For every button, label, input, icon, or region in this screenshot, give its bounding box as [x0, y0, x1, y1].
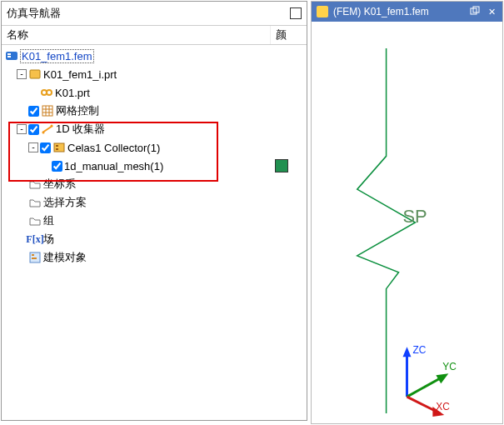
part-icon: [28, 68, 42, 81]
svg-rect-13: [32, 254, 34, 256]
mesh-control-icon: [41, 104, 54, 118]
tree-item-prt-i[interactable]: - K01_fem1_i.prt: [5, 65, 303, 83]
svg-point-5: [47, 90, 52, 95]
folder-icon: [28, 214, 42, 228]
triad[interactable]: ZC YC XC: [403, 344, 457, 417]
field-icon: F[x]: [28, 232, 42, 246]
svg-rect-3: [30, 70, 40, 78]
collapse-icon[interactable]: -: [28, 142, 38, 152]
svg-point-7: [42, 132, 45, 134]
fem-icon: [5, 49, 18, 62]
svg-rect-2: [7, 56, 11, 58]
modeling-icon: [28, 251, 42, 264]
tab-close-icon[interactable]: ✕: [486, 6, 497, 18]
tree-label: 场: [43, 232, 54, 247]
axis-y-label: YC: [442, 361, 457, 372]
tree-label: K01_fem1_i.prt: [43, 68, 117, 81]
tree-label: 建模对象: [43, 250, 87, 265]
fem-tab-icon: [317, 6, 328, 18]
viewport-panel: (FEM) K01_fem1.fem ✕ SP ZC YC: [311, 1, 503, 424]
tree-label: 网格控制: [56, 103, 99, 118]
tree-item-prt[interactable]: K01.prt: [5, 83, 303, 102]
celas-icon: [52, 141, 66, 154]
column-color[interactable]: 颜: [270, 26, 307, 44]
color-swatch[interactable]: [275, 159, 288, 172]
collector-1d-icon: [41, 122, 54, 136]
svg-point-8: [51, 125, 53, 128]
sp-label: SP: [403, 206, 427, 227]
axis-z-label: ZC: [412, 344, 426, 356]
tree-label: Celas1 Collector(1): [67, 142, 160, 154]
tab-title: (FEM) K01_fem1.fem: [333, 6, 429, 18]
tree-label: 组: [43, 213, 54, 228]
simulation-navigator-panel: 仿真导航器 名称 颜 K01_fem1.fem - K01_fe: [1, 1, 307, 421]
tree-label: 坐标系: [43, 177, 76, 192]
tree: K01_fem1.fem - K01_fem1_i.prt K01.prt: [2, 45, 307, 420]
axis-x-label: XC: [436, 401, 450, 412]
svg-rect-6: [42, 106, 52, 116]
svg-rect-14: [32, 258, 37, 259]
checkbox[interactable]: [28, 106, 39, 117]
tree-item-modeling-objects[interactable]: 建模对象: [5, 248, 303, 267]
svg-rect-11: [56, 148, 58, 150]
column-name[interactable]: 名称: [2, 26, 270, 44]
tree-item-mesh-control[interactable]: 网格控制: [5, 102, 303, 120]
checkbox[interactable]: [40, 142, 51, 153]
tree-label: K01.prt: [55, 87, 90, 99]
tree-item-field[interactable]: F[x] 场: [5, 230, 303, 248]
tab-restore-icon[interactable]: [469, 6, 481, 18]
viewport-3d[interactable]: SP ZC YC XC: [312, 22, 502, 423]
tree-item-1d-collector[interactable]: - 1D 收集器: [5, 120, 303, 138]
viewport-tab[interactable]: (FEM) K01_fem1.fem ✕: [312, 2, 502, 22]
panel-title: 仿真导航器: [7, 6, 61, 21]
column-header: 名称 颜: [2, 25, 307, 45]
link-icon: [40, 86, 53, 99]
collapse-icon[interactable]: -: [17, 124, 27, 134]
tree-item-selection-scheme[interactable]: 选择方案: [5, 193, 303, 212]
folder-icon: [28, 178, 42, 191]
tree-item-coord[interactable]: 坐标系: [5, 175, 303, 193]
tree-item-group[interactable]: 组: [5, 212, 303, 230]
tree-item-manual-mesh[interactable]: 1d_manual_mesh(1): [5, 157, 303, 175]
tree-label: 1D 收集器: [56, 122, 105, 137]
tree-label: 选择方案: [43, 195, 87, 210]
folder-icon: [28, 196, 42, 209]
svg-rect-1: [7, 53, 11, 55]
svg-marker-18: [403, 347, 412, 357]
checkbox[interactable]: [52, 161, 62, 172]
tree-item-celas-collector[interactable]: - Celas1 Collector(1): [5, 138, 303, 157]
tree-item-fem-root[interactable]: K01_fem1.fem: [5, 47, 303, 65]
checkbox[interactable]: [28, 124, 39, 135]
collapse-icon[interactable]: -: [17, 69, 27, 79]
tree-label: K01_fem1.fem: [20, 49, 94, 63]
tree-label: 1d_manual_mesh(1): [64, 160, 163, 172]
svg-rect-10: [56, 145, 58, 147]
svg-rect-9: [54, 143, 64, 152]
panel-maximize-icon[interactable]: [290, 8, 302, 19]
